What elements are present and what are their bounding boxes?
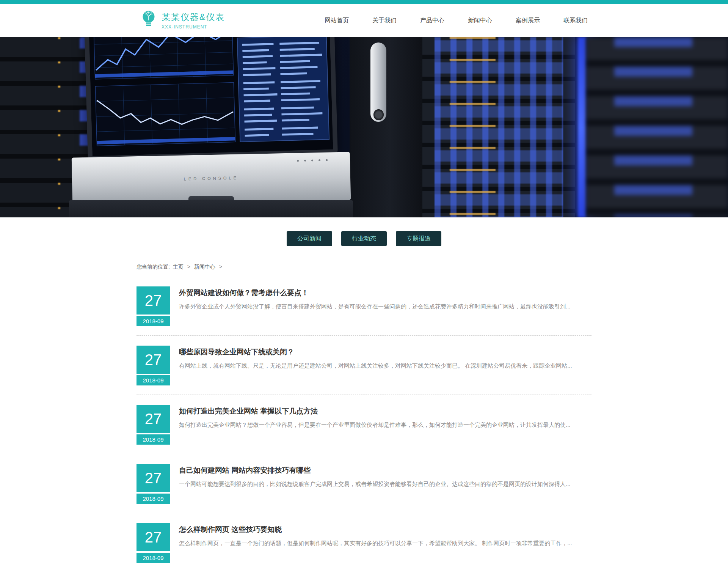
news-item[interactable]: 27 2018-09 自己如何建网站 网站内容安排技巧有哪些 一个网站可能想要达… (136, 454, 592, 513)
server-cabinet-handle-graphic (350, 37, 430, 217)
blue-glow-strip-graphic (578, 37, 586, 217)
news-title[interactable]: 怎么样制作网页 这些技巧要知晓 (179, 525, 572, 535)
news-item[interactable]: 27 2018-09 哪些原因导致企业网站下线或关闭？ 有网站上线，就有网站下线… (136, 336, 592, 395)
nav-item-home[interactable]: 网站首页 (325, 17, 349, 25)
news-item[interactable]: 27 2018-09 如何打造出完美企业网站 掌握以下几点方法 如何打造出完美企… (136, 395, 592, 454)
nav-item-cases[interactable]: 案例展示 (516, 17, 540, 25)
server-rack-right-blurred-graphic (586, 37, 728, 217)
news-content: 怎么样制作网页 这些技巧要知晓 怎么样制作网页，一直是一个热门的话题，但是如何制… (179, 523, 572, 563)
news-date-day: 27 (136, 464, 170, 492)
tab-industry-news[interactable]: 行业动态 (341, 231, 387, 246)
server-rack-middle-graphic (422, 37, 575, 217)
nav-item-contact[interactable]: 联系我们 (563, 17, 588, 25)
news-item[interactable]: 27 2018-09 怎么样制作网页 这些技巧要知晓 怎么样制作网页，一直是一个… (136, 513, 592, 563)
site-subtitle: XXX-INSTRUMENT (162, 24, 225, 30)
news-content: 外贸网站建设如何做？需考虑什么要点！ 许多外贸企业或个人外贸网站没了解，便盲目来… (179, 286, 571, 326)
site-logo[interactable]: 某某仪器&仪表 XXX-INSTRUMENT (140, 10, 225, 31)
news-category-tabs: 公司新闻 行业动态 专题报道 (0, 231, 728, 246)
hero-banner-image: LED CONSOLE (0, 37, 728, 217)
news-title[interactable]: 自己如何建网站 网站内容安排技巧有哪些 (179, 465, 571, 475)
nav-item-news[interactable]: 新闻中心 (468, 17, 492, 25)
news-summary: 如何打造出完美企业网站？想做一个产业容易，但是要在一个产业里面做佼佼者却是件难事… (179, 421, 571, 429)
laptop-brand-label: LED CONSOLE (72, 173, 350, 183)
news-item[interactable]: 27 2018-09 外贸网站建设如何做？需考虑什么要点！ 许多外贸企业或个人外… (136, 277, 592, 336)
laptop-console-graphic: LED CONSOLE (69, 37, 353, 217)
news-list: 27 2018-09 外贸网站建设如何做？需考虑什么要点！ 许多外贸企业或个人外… (136, 277, 592, 563)
news-date-month: 2018-09 (136, 494, 170, 504)
news-date-month: 2018-09 (136, 553, 170, 563)
breadcrumb-separator: > (219, 264, 222, 270)
site-header: 某某仪器&仪表 XXX-INSTRUMENT 网站首页 关于我们 产品中心 新闻… (0, 4, 728, 37)
news-title[interactable]: 外贸网站建设如何做？需考虑什么要点！ (179, 288, 571, 298)
news-title[interactable]: 哪些原因导致企业网站下线或关闭？ (179, 347, 572, 357)
news-date-day: 27 (136, 405, 170, 433)
news-date-badge: 27 2018-09 (136, 286, 170, 326)
breadcrumb-section-link[interactable]: 新闻中心 (194, 264, 215, 270)
news-content: 如何打造出完美企业网站 掌握以下几点方法 如何打造出完美企业网站？想做一个产业容… (179, 405, 571, 445)
news-summary: 许多外贸企业或个人外贸网站没了解，便盲目来搭建外贸网站，是有可能会存在一些问题的… (179, 302, 571, 311)
news-date-month: 2018-09 (136, 375, 170, 385)
news-date-day: 27 (136, 286, 170, 315)
news-date-month: 2018-09 (136, 434, 170, 445)
nav-item-about[interactable]: 关于我们 (372, 17, 397, 25)
news-content: 自己如何建网站 网站内容安排技巧有哪些 一个网站可能想要达到很多的目的，比如说想… (179, 464, 571, 504)
news-title[interactable]: 如何打造出完美企业网站 掌握以下几点方法 (179, 406, 571, 416)
laptop-keyboard-deck-graphic (69, 200, 353, 217)
news-summary: 有网站上线，就有网站下线。只是，无论是用户还是建站公司，对网站上线关注较多，对网… (179, 362, 572, 370)
breadcrumb-label: 您当前的位置: (136, 264, 170, 270)
news-summary: 一个网站可能想要达到很多的目的，比如说想说服客户完成网上交易，或者希望投资者能够… (179, 480, 571, 489)
news-date-day: 27 (136, 346, 170, 374)
logo-text: 某某仪器&仪表 XXX-INSTRUMENT (162, 11, 225, 30)
news-content: 哪些原因导致企业网站下线或关闭？ 有网站上线，就有网站下线。只是，无论是用户还是… (179, 346, 572, 385)
tab-company-news[interactable]: 公司新闻 (287, 231, 332, 246)
news-date-badge: 27 2018-09 (136, 523, 170, 563)
site-title: 某某仪器&仪表 (162, 11, 225, 23)
breadcrumb-home-link[interactable]: 主页 (173, 264, 184, 270)
laptop-indicator-dots (297, 159, 328, 162)
nav-item-products[interactable]: 产品中心 (420, 17, 444, 25)
news-date-badge: 27 2018-09 (136, 346, 170, 385)
laptop-screen-graphic (85, 37, 338, 160)
breadcrumb-separator: > (187, 264, 190, 270)
news-date-month: 2018-09 (136, 316, 170, 326)
news-summary: 怎么样制作网页，一直是一个热门的话题，但是如何制作网站呢，其实有好多的技巧可以分… (179, 539, 572, 548)
lightbulb-icon (140, 10, 157, 31)
news-date-badge: 27 2018-09 (136, 405, 170, 445)
breadcrumb: 您当前的位置: 主页 > 新闻中心 > (136, 264, 592, 270)
top-accent-bar (0, 0, 728, 4)
main-nav: 网站首页 关于我们 产品中心 新闻中心 案例展示 联系我们 (325, 17, 588, 25)
news-date-badge: 27 2018-09 (136, 464, 170, 504)
news-date-day: 27 (136, 523, 170, 551)
tab-special-report[interactable]: 专题报道 (396, 231, 441, 246)
